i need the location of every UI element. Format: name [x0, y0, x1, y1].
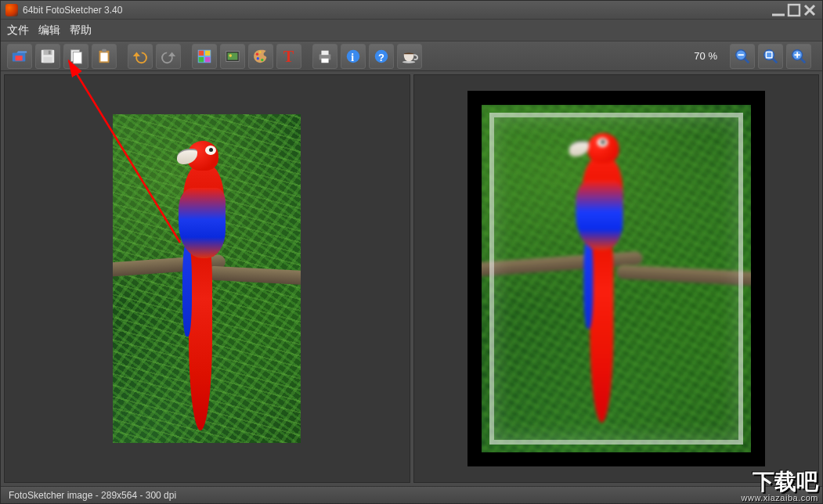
svg-rect-8 — [49, 50, 51, 54]
svg-point-40 — [764, 49, 774, 59]
minimize-button[interactable] — [771, 4, 786, 16]
coffee-cup-icon — [401, 48, 418, 65]
window-title: 64bit FotoSketcher 3.40 — [23, 5, 122, 16]
svg-rect-1 — [789, 5, 800, 16]
svg-text:?: ? — [378, 51, 384, 63]
zoom-fit-button[interactable] — [758, 44, 783, 69]
redo-arrow-icon — [160, 48, 177, 65]
undo-arrow-icon — [132, 48, 149, 65]
svg-line-44 — [801, 58, 806, 63]
text-t-icon: T — [280, 48, 298, 65]
svg-rect-17 — [205, 50, 210, 55]
frame-icon — [224, 48, 241, 65]
save-button[interactable] — [35, 44, 60, 69]
titlebar: 64bit FotoSketcher 3.40 — [1, 1, 822, 20]
help-icon: ? — [373, 48, 390, 65]
svg-rect-30 — [321, 58, 328, 63]
zoom-percent-label: 70 % — [694, 50, 717, 62]
text-button[interactable]: T — [276, 44, 301, 69]
zoom-in-icon — [790, 48, 807, 65]
content-area — [1, 71, 822, 486]
maximize-button[interactable] — [786, 4, 802, 16]
svg-line-41 — [773, 58, 778, 63]
svg-rect-21 — [228, 52, 238, 59]
menubar: 文件 编辑 帮助 — [1, 20, 822, 41]
app-window: 64bit FotoSketcher 3.40 文件 编辑 帮助 — [0, 0, 823, 504]
effects-icon — [196, 48, 213, 65]
zoom-fit-icon — [762, 48, 779, 65]
svg-point-23 — [256, 52, 258, 55]
svg-rect-14 — [102, 49, 106, 52]
toolbar: T i ? 70 % — [1, 41, 822, 71]
redo-button[interactable] — [156, 44, 181, 69]
help-button[interactable]: ? — [369, 44, 394, 69]
copy-button[interactable] — [63, 44, 88, 69]
paste-button[interactable] — [92, 44, 117, 69]
statusbar: FotoSketcher image - 289x564 - 300 dpi — [1, 486, 822, 503]
close-button[interactable] — [802, 4, 818, 16]
svg-rect-18 — [199, 56, 204, 61]
svg-point-36 — [402, 60, 416, 63]
svg-rect-29 — [321, 50, 328, 55]
palette-icon — [252, 48, 269, 65]
zoom-in-button[interactable] — [786, 44, 811, 69]
source-image-panel[interactable] — [4, 74, 410, 483]
svg-rect-16 — [199, 50, 204, 55]
status-text: FotoSketcher image - 289x564 - 300 dpi — [9, 490, 176, 501]
svg-text:i: i — [351, 51, 354, 63]
open-folder-icon — [11, 48, 28, 65]
svg-point-22 — [229, 54, 232, 57]
effects-button[interactable] — [192, 44, 217, 69]
document-icon — [67, 48, 85, 65]
printer-icon — [316, 48, 334, 65]
source-image — [113, 114, 301, 443]
svg-rect-7 — [44, 49, 52, 54]
save-floppy-icon — [39, 48, 56, 65]
svg-point-25 — [261, 58, 263, 60]
app-icon — [5, 4, 18, 16]
info-button[interactable]: i — [341, 44, 366, 69]
result-image-frame — [467, 91, 765, 466]
svg-line-38 — [745, 58, 749, 63]
info-icon: i — [345, 48, 362, 65]
clipboard-icon — [96, 48, 113, 65]
svg-rect-19 — [205, 56, 210, 61]
menu-edit[interactable]: 编辑 — [38, 23, 60, 38]
menu-help[interactable]: 帮助 — [70, 23, 92, 38]
palette-button[interactable] — [248, 44, 273, 69]
menu-file[interactable]: 文件 — [7, 23, 29, 38]
frame-button[interactable] — [220, 44, 245, 69]
svg-rect-11 — [73, 52, 81, 63]
print-button[interactable] — [312, 44, 338, 69]
svg-rect-5 — [16, 56, 23, 60]
donate-button[interactable] — [397, 44, 422, 69]
svg-text:T: T — [283, 48, 294, 65]
undo-button[interactable] — [128, 44, 153, 69]
svg-rect-13 — [100, 52, 107, 61]
svg-point-26 — [259, 51, 262, 53]
svg-point-24 — [257, 57, 259, 59]
svg-rect-9 — [44, 56, 52, 62]
zoom-out-icon — [734, 48, 751, 65]
open-button[interactable] — [7, 44, 32, 69]
result-image — [482, 105, 751, 452]
result-image-panel[interactable] — [413, 74, 820, 483]
zoom-out-button[interactable] — [730, 44, 755, 69]
